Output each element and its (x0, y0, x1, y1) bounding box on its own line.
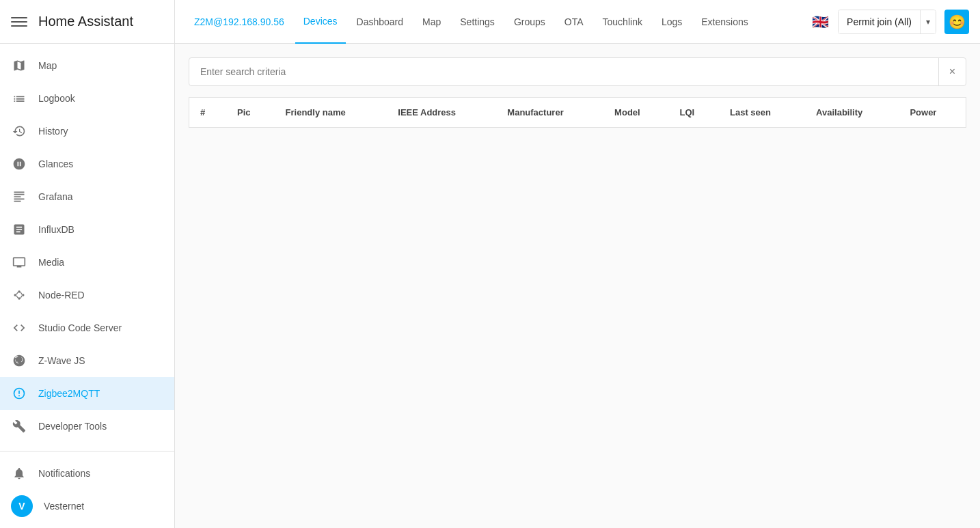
developer-tools-icon (11, 418, 27, 434)
permit-join-button[interactable]: Permit join (All) ▾ (838, 10, 936, 34)
svg-point-5 (18, 297, 20, 299)
sidebar-header: Home Assistant (0, 0, 174, 44)
sidebar-item-history-label: History (38, 126, 68, 137)
col-manufacturer: Manufacturer (496, 98, 603, 128)
sidebar-item-user-label: Vesternet (44, 501, 84, 512)
search-input[interactable] (189, 59, 938, 84)
sidebar-item-notifications-label: Notifications (38, 468, 90, 479)
table-header-row: # Pic Friendly name IEEE Address Manufac… (189, 98, 966, 128)
sidebar-item-media[interactable]: Media (0, 246, 174, 279)
sidebar-item-map[interactable]: Map (0, 49, 174, 82)
col-lqi: LQI (668, 98, 719, 128)
node-red-icon (11, 287, 27, 303)
sidebar-item-logbook-label: Logbook (38, 93, 75, 104)
sidebar-item-logbook[interactable]: Logbook (0, 82, 174, 115)
zigbee-icon (11, 385, 27, 402)
svg-line-10 (21, 296, 23, 298)
svg-line-7 (16, 292, 18, 294)
col-model: Model (603, 98, 668, 128)
topnav-tab-settings[interactable]: Settings (452, 0, 503, 44)
sidebar-item-grafana-label: Grafana (38, 191, 73, 202)
topnav-tab-logs[interactable]: Logs (653, 0, 690, 44)
flag-icon: 🇬🇧 (811, 15, 830, 29)
sidebar-title: Home Assistant (38, 14, 133, 29)
sidebar-item-studio-code-server-label: Studio Code Server (38, 322, 122, 333)
svg-rect-2 (11, 25, 27, 27)
sidebar-item-glances-label: Glances (38, 158, 73, 169)
sidebar-item-history[interactable]: History (0, 115, 174, 148)
map-icon (11, 57, 27, 74)
chevron-down-icon[interactable]: ▾ (921, 10, 936, 33)
avatar: V (11, 495, 33, 517)
sidebar-item-notifications[interactable]: Notifications (0, 457, 174, 490)
influxdb-icon (11, 221, 27, 238)
main-content: Z2M@192.168.90.56 Devices Dashboard Map … (175, 0, 980, 528)
sidebar-nav: Map Logbook History Glances (0, 44, 174, 451)
topnav-tab-ota[interactable]: OTA (556, 0, 592, 44)
col-pic: Pic (226, 98, 275, 128)
col-availability: Availability (805, 98, 899, 128)
topnav-tab-touchlink[interactable]: Touchlink (595, 0, 651, 44)
search-clear-button[interactable]: × (938, 58, 966, 85)
svg-line-8 (16, 296, 18, 298)
col-last-seen: Last seen (719, 98, 805, 128)
sidebar-item-map-label: Map (38, 60, 57, 71)
sidebar: Home Assistant Map Logbook History (0, 0, 175, 528)
sidebar-item-node-red-label: Node-RED (38, 290, 85, 301)
topnav-tab-groups[interactable]: Groups (506, 0, 554, 44)
topnav-tab-devices[interactable]: Devices (295, 0, 346, 44)
sidebar-item-developer-tools-label: Developer Tools (38, 421, 107, 432)
sidebar-item-influxdb-label: InfluxDB (38, 224, 74, 235)
close-icon: × (949, 66, 955, 78)
topnav-tab-extensions[interactable]: Extensions (693, 0, 756, 44)
grafana-icon (11, 189, 27, 205)
svg-rect-0 (11, 17, 27, 18)
menu-icon[interactable] (11, 14, 27, 30)
top-navbar: Z2M@192.168.90.56 Devices Dashboard Map … (175, 0, 980, 44)
sidebar-item-grafana[interactable]: Grafana (0, 180, 174, 213)
media-icon (11, 254, 27, 270)
col-ieee-address: IEEE Address (387, 98, 496, 128)
sidebar-item-studio-code-server[interactable]: Studio Code Server (0, 311, 174, 344)
sidebar-item-zigbee2mqtt[interactable]: Zigbee2MQTT (0, 377, 174, 410)
topnav-tab-dashboard[interactable]: Dashboard (349, 0, 412, 44)
devices-table: # Pic Friendly name IEEE Address Manufac… (189, 97, 966, 128)
glances-icon (11, 156, 27, 172)
content-area: × # Pic Friendly name IEEE Address Manuf… (175, 44, 980, 528)
col-number: # (189, 98, 226, 128)
sidebar-item-glances[interactable]: Glances (0, 148, 174, 180)
col-power: Power (899, 98, 966, 128)
history-icon (11, 123, 27, 139)
sidebar-item-user[interactable]: V Vesternet (0, 490, 174, 523)
smiley-button[interactable]: 😊 (944, 10, 969, 34)
zwave-icon (11, 352, 27, 369)
svg-point-4 (18, 290, 20, 292)
topnav-address[interactable]: Z2M@192.168.90.56 (186, 0, 292, 44)
sidebar-item-developer-tools[interactable]: Developer Tools (0, 410, 174, 443)
col-friendly-name: Friendly name (275, 98, 387, 128)
sidebar-item-influxdb[interactable]: InfluxDB (0, 213, 174, 246)
sidebar-item-z-wave-js-label: Z-Wave JS (38, 355, 85, 366)
code-icon (11, 320, 27, 336)
svg-rect-1 (11, 21, 27, 23)
topnav-tab-map[interactable]: Map (414, 0, 449, 44)
search-bar: × (189, 57, 966, 86)
sidebar-bottom: Notifications V Vesternet (0, 451, 174, 528)
sidebar-item-z-wave-js[interactable]: Z-Wave JS (0, 344, 174, 377)
smiley-icon: 😊 (949, 14, 966, 30)
sidebar-item-zigbee2mqtt-label: Zigbee2MQTT (38, 388, 100, 399)
sidebar-item-node-red[interactable]: Node-RED (0, 279, 174, 311)
svg-point-3 (14, 294, 16, 296)
permit-join-label[interactable]: Permit join (All) (839, 10, 921, 33)
bell-icon (11, 465, 27, 482)
svg-line-9 (21, 292, 23, 294)
sidebar-item-media-label: Media (38, 257, 64, 268)
logbook-icon (11, 90, 27, 107)
